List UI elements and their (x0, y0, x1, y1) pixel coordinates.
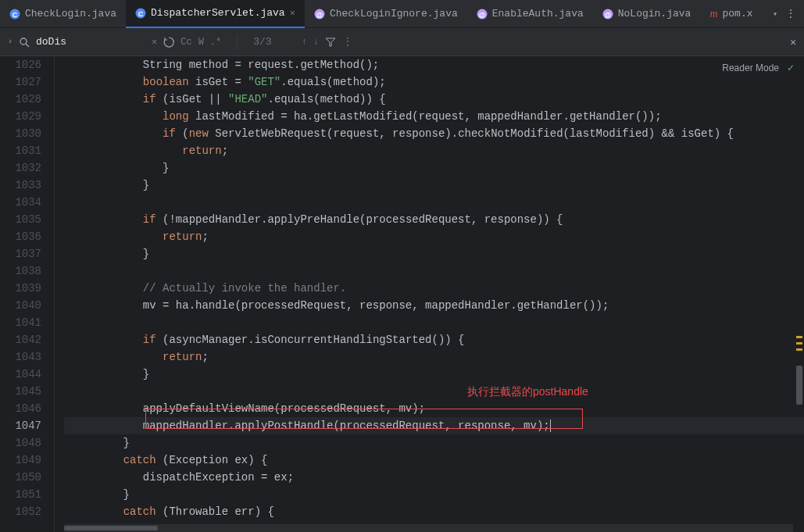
line-number: 1033 (0, 177, 41, 194)
scrollbar-thumb[interactable] (796, 366, 802, 405)
search-result-count: 3/3 (253, 36, 271, 48)
code-line[interactable]: if (new ServletWebRequest(request, respo… (64, 125, 804, 142)
line-number: 1027 (0, 73, 41, 91)
code-line[interactable] (64, 194, 804, 211)
tab-checkloginignore-java[interactable]: @CheckLoginIgnore.java (305, 0, 467, 28)
code-line[interactable]: } (64, 366, 804, 383)
code-line[interactable]: // Actually invoke the handler. (64, 280, 804, 297)
reader-mode-badge[interactable]: Reader Mode ✓ (722, 59, 795, 77)
tab-label: DispatcherServlet.java (151, 7, 285, 19)
tab-label: pom.x (723, 8, 753, 20)
text-caret (550, 420, 551, 432)
code-line[interactable]: dispatchException = ex; (64, 469, 804, 486)
line-number: 1034 (0, 194, 41, 211)
search-option-w[interactable]: W (198, 37, 204, 48)
tab-label: CheckLogin.java (25, 8, 116, 20)
tab-pom-x[interactable]: mpom.x (700, 0, 762, 28)
code-line[interactable] (64, 314, 804, 331)
code-line[interactable]: } (64, 434, 804, 452)
prev-match-icon[interactable]: ↑ (302, 37, 307, 48)
code-line[interactable]: if (isGet || "HEAD".equals(method)) { (64, 91, 804, 108)
tab-enableauth-java[interactable]: @EnableAuth.java (467, 0, 593, 28)
search-input[interactable] (36, 36, 145, 48)
svg-text:@: @ (604, 10, 611, 18)
clear-search-icon[interactable]: ✕ (152, 36, 157, 48)
code-line[interactable]: return; (64, 142, 804, 159)
tab-label: EnableAuth.java (492, 8, 584, 20)
horizontal-scrollbar-thumb[interactable] (64, 526, 158, 530)
mark[interactable] (796, 348, 802, 351)
more-vertical-icon[interactable]: ⋮ (785, 7, 796, 20)
code-line[interactable]: } (64, 159, 804, 177)
close-tab-icon[interactable]: ✕ (290, 7, 295, 19)
close-search-icon[interactable]: ✕ (790, 36, 796, 48)
chevron-down-icon[interactable]: ▾ (773, 9, 777, 19)
class-icon: C (9, 9, 20, 20)
line-number: 1037 (0, 245, 41, 262)
line-number: 1032 (0, 159, 41, 177)
code-line[interactable]: long lastModified = ha.getLastModified(r… (64, 108, 804, 125)
code-line[interactable]: String method = request.getMethod(); (64, 56, 804, 73)
code-line[interactable]: mv = ha.handle(processedRequest, respons… (64, 297, 804, 314)
code-line[interactable]: if (!mappedHandler.applyPreHandle(proces… (64, 211, 804, 228)
line-number: 1036 (0, 228, 41, 245)
svg-text:@: @ (478, 10, 485, 18)
mark[interactable] (796, 336, 802, 338)
divider (237, 34, 238, 50)
code-line[interactable]: applyDefaultViewName(processedRequest, m… (64, 400, 804, 417)
find-bar: › ✕ CcW.* 3/3 ↑ ↓ ⋮ ✕ (0, 28, 804, 56)
svg-text:@: @ (316, 10, 323, 18)
code-line[interactable]: catch (Exception ex) { (64, 452, 804, 469)
code-line[interactable]: return; (64, 228, 804, 245)
tab-dispatcherservlet-java[interactable]: CDispatcherServlet.java✕ (126, 0, 305, 28)
line-number: 1052 (0, 503, 41, 520)
maven-icon: m (709, 8, 717, 20)
tab-nologin-java[interactable]: @NoLogin.java (593, 0, 701, 28)
search-icon (19, 37, 30, 48)
history-icon[interactable] (163, 37, 174, 48)
mark[interactable] (796, 342, 802, 345)
tabs-bar: CCheckLogin.javaCDispatcherServlet.java✕… (0, 0, 804, 28)
line-number: 1043 (0, 348, 41, 366)
code-line[interactable] (64, 383, 804, 400)
search-option-[interactable]: .* (210, 37, 221, 48)
search-option-cc[interactable]: Cc (180, 37, 191, 48)
code-line[interactable]: return; (64, 348, 804, 366)
line-number: 1041 (0, 314, 41, 331)
code-content[interactable]: Reader Mode ✓ 执行拦截器的postHandle String me… (55, 56, 804, 532)
expand-right-icon[interactable]: › (8, 37, 13, 46)
annotation-text: 执行拦截器的postHandle (467, 383, 588, 400)
tab-label: NoLogin.java (618, 8, 691, 20)
svg-text:C: C (138, 9, 144, 17)
code-line[interactable]: } (64, 486, 804, 503)
line-number: 1042 (0, 331, 41, 348)
code-line[interactable]: } (64, 177, 804, 194)
line-number: 1044 (0, 366, 41, 383)
code-line[interactable]: } (64, 245, 804, 262)
scrollbar-marks[interactable] (795, 56, 804, 532)
code-line[interactable]: boolean isGet = "GET".equals(method); (64, 73, 804, 91)
code-line[interactable]: mappedHandler.applyPostHandle(processedR… (64, 417, 804, 434)
code-line[interactable]: if (asyncManager.isConcurrentHandlingSta… (64, 331, 804, 348)
svg-line-11 (26, 44, 29, 47)
search-options: CcW.* (180, 36, 227, 48)
next-match-icon[interactable]: ↓ (313, 37, 319, 48)
annotation-icon: @ (314, 9, 325, 20)
line-number: 1046 (0, 400, 41, 417)
reader-mode-label: Reader Mode (722, 59, 779, 77)
line-number: 1038 (0, 262, 41, 280)
annotation-icon: @ (477, 9, 488, 20)
filter-icon[interactable] (325, 37, 336, 48)
code-line[interactable] (64, 262, 804, 280)
svg-text:C: C (13, 10, 18, 18)
line-number-gutter: 1026102710281029103010311032103310341035… (0, 56, 55, 532)
checkmark-icon: ✓ (787, 59, 795, 77)
code-line[interactable]: catch (Throwable err) { (64, 503, 804, 520)
line-number: 1051 (0, 486, 41, 503)
tabs-overflow-controls: ▾ ⋮ (773, 7, 804, 20)
line-number: 1028 (0, 91, 41, 108)
tab-checklogin-java[interactable]: CCheckLogin.java (0, 0, 126, 28)
horizontal-scrollbar[interactable] (64, 524, 793, 532)
class-icon: C (135, 8, 146, 19)
search-more-icon[interactable]: ⋮ (342, 35, 353, 48)
